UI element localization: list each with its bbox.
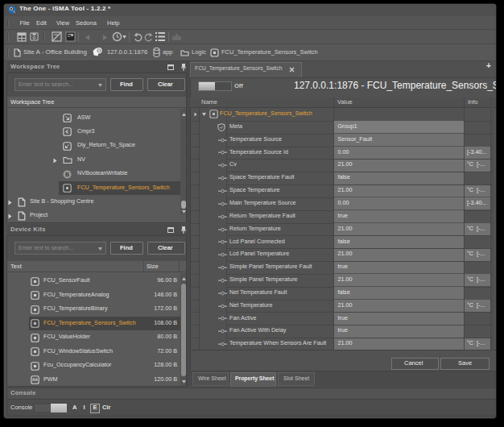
svg-text:B: B xyxy=(65,172,69,177)
